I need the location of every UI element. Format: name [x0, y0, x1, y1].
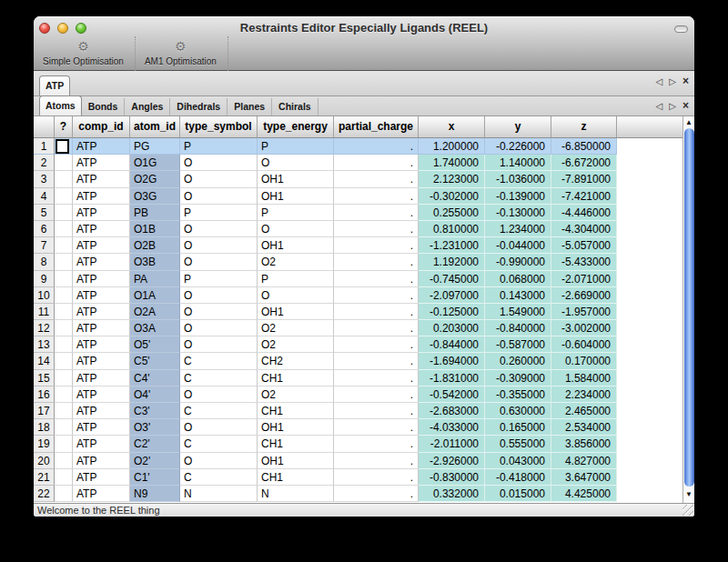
table-row[interactable]: 8ATPO3BOO2.1.192000-0.990000-5.433000: [34, 254, 694, 270]
row-number-cell[interactable]: 15: [34, 370, 55, 386]
comp-id-cell[interactable]: ATP: [73, 386, 130, 403]
comp-id-cell[interactable]: ATP: [73, 171, 130, 187]
x-cell[interactable]: -1.694000: [419, 353, 485, 369]
row-number-cell[interactable]: 7: [34, 237, 55, 254]
x-cell[interactable]: -0.542000: [419, 386, 485, 403]
selector-cell[interactable]: [55, 304, 73, 320]
atom-id-cell[interactable]: O1A: [130, 287, 180, 304]
selector-cell[interactable]: [55, 287, 73, 304]
y-cell[interactable]: -0.139000: [485, 188, 551, 205]
z-cell[interactable]: -2.071000: [551, 271, 617, 287]
comp-id-cell[interactable]: ATP: [73, 353, 130, 369]
row-number-cell[interactable]: 1: [34, 138, 55, 155]
y-cell[interactable]: 0.165000: [485, 419, 551, 436]
partial-charge-cell[interactable]: .: [334, 237, 419, 254]
section-tab-bonds[interactable]: Bonds: [82, 98, 126, 115]
selector-cell[interactable]: [55, 205, 73, 221]
y-cell[interactable]: 0.260000: [485, 353, 551, 369]
toolbar-button[interactable]: ⚙AM1 Optimisation: [136, 36, 228, 71]
y-cell[interactable]: -0.044000: [485, 237, 551, 254]
x-cell[interactable]: 1.200000: [419, 138, 485, 155]
table-row[interactable]: 6ATPO1BOO.0.8100001.234000-4.304000: [34, 221, 694, 237]
atom-id-cell[interactable]: O2G: [130, 171, 180, 187]
z-cell[interactable]: 2.234000: [551, 386, 617, 403]
z-cell[interactable]: -3.002000: [551, 320, 617, 336]
selector-cell[interactable]: [55, 320, 73, 336]
partial-charge-cell[interactable]: .: [334, 155, 419, 171]
atom-id-cell[interactable]: C3': [130, 403, 180, 419]
y-cell[interactable]: -0.990000: [485, 254, 551, 270]
type-symbol-cell[interactable]: O: [180, 453, 258, 469]
scrollbar-thumb[interactable]: [684, 128, 694, 487]
comp-id-cell[interactable]: ATP: [73, 205, 130, 221]
comp-id-cell[interactable]: ATP: [73, 370, 130, 386]
type-symbol-cell[interactable]: O: [180, 386, 258, 403]
partial-charge-cell[interactable]: .: [334, 304, 419, 320]
z-cell[interactable]: -5.433000: [551, 254, 617, 270]
selector-cell[interactable]: [55, 254, 73, 270]
column-header[interactable]: [34, 116, 55, 138]
x-cell[interactable]: -0.125000: [419, 304, 485, 320]
partial-charge-cell[interactable]: .: [334, 171, 419, 187]
atom-id-cell[interactable]: O2B: [130, 237, 180, 254]
row-number-cell[interactable]: 5: [34, 205, 55, 221]
x-cell[interactable]: 1.740000: [419, 155, 485, 171]
type-symbol-cell[interactable]: O: [180, 254, 258, 270]
section-tab-planes[interactable]: Planes: [228, 98, 272, 115]
row-number-cell[interactable]: 4: [34, 188, 55, 205]
type-symbol-cell[interactable]: O: [180, 320, 258, 336]
comp-id-cell[interactable]: ATP: [73, 138, 130, 155]
y-cell[interactable]: 1.140000: [485, 155, 551, 171]
row-number-cell[interactable]: 10: [34, 287, 55, 304]
type-symbol-cell[interactable]: P: [180, 138, 258, 155]
table-row[interactable]: 10ATPO1AOO.-2.0970000.143000-2.669000: [34, 287, 694, 304]
comp-id-cell[interactable]: ATP: [73, 320, 130, 336]
table-row[interactable]: 13ATPO5'OO2.-0.844000-0.587000-0.604000: [34, 336, 694, 353]
z-cell[interactable]: -6.672000: [551, 155, 617, 171]
x-cell[interactable]: -4.033000: [419, 419, 485, 436]
z-cell[interactable]: 2.465000: [551, 403, 617, 419]
type-energy-cell[interactable]: OH1: [258, 304, 334, 320]
type-energy-cell[interactable]: O: [258, 155, 334, 171]
z-cell[interactable]: 1.584000: [551, 370, 617, 386]
scroll-up-icon[interactable]: ▲: [683, 117, 694, 128]
y-cell[interactable]: 0.630000: [485, 403, 551, 419]
type-symbol-cell[interactable]: O: [180, 287, 258, 304]
tab-close-icon[interactable]: ×: [682, 99, 689, 112]
type-energy-cell[interactable]: O2: [258, 254, 334, 270]
type-symbol-cell[interactable]: C: [180, 403, 258, 419]
toolbar-toggle-button[interactable]: [674, 25, 688, 33]
y-cell[interactable]: -0.226000: [485, 138, 551, 155]
type-symbol-cell[interactable]: P: [180, 271, 258, 287]
x-cell[interactable]: -0.302000: [419, 188, 485, 205]
type-energy-cell[interactable]: OH1: [258, 419, 334, 436]
type-energy-cell[interactable]: P: [258, 138, 334, 155]
tab-scroll-left-icon[interactable]: ◁: [656, 101, 663, 111]
comp-id-cell[interactable]: ATP: [73, 188, 130, 205]
type-symbol-cell[interactable]: C: [180, 469, 258, 486]
selector-cell[interactable]: [55, 453, 73, 469]
row-number-cell[interactable]: 9: [34, 271, 55, 287]
partial-charge-cell[interactable]: .: [334, 138, 419, 155]
table-row[interactable]: 20ATPO2'OOH1.-2.9260000.0430004.827000: [34, 453, 694, 469]
partial-charge-cell[interactable]: .: [334, 188, 419, 205]
selector-cell[interactable]: [55, 138, 73, 155]
partial-charge-cell[interactable]: .: [334, 205, 419, 221]
y-cell[interactable]: -1.036000: [485, 171, 551, 187]
type-symbol-cell[interactable]: O: [180, 304, 258, 320]
partial-charge-cell[interactable]: .: [334, 320, 419, 336]
z-cell[interactable]: -2.669000: [551, 287, 617, 304]
x-cell[interactable]: 0.810000: [419, 221, 485, 237]
x-cell[interactable]: -2.683000: [419, 403, 485, 419]
row-number-cell[interactable]: 14: [34, 353, 55, 369]
table-row[interactable]: 19ATPC2'CCH1.-2.0110000.5550003.856000: [34, 436, 694, 452]
row-number-cell[interactable]: 8: [34, 254, 55, 270]
y-cell[interactable]: -0.418000: [485, 469, 551, 486]
tab-close-icon[interactable]: ×: [682, 75, 689, 87]
atom-id-cell[interactable]: C2': [130, 436, 180, 452]
tab-scroll-left-icon[interactable]: ◁: [656, 76, 663, 86]
table-row[interactable]: 16ATPO4'OO2.-0.542000-0.3550002.234000: [34, 386, 694, 403]
row-number-cell[interactable]: 13: [34, 336, 55, 353]
row-number-cell[interactable]: 2: [34, 155, 55, 171]
scroll-down-icon[interactable]: ▼: [683, 489, 694, 500]
